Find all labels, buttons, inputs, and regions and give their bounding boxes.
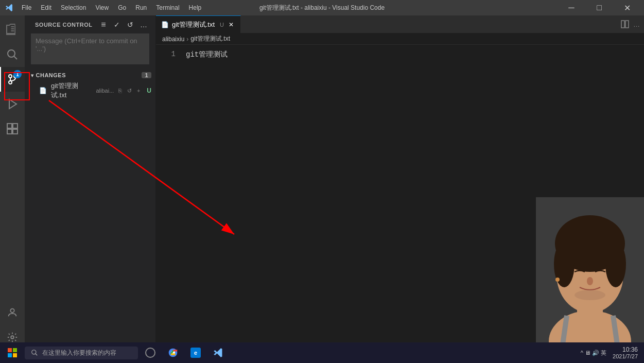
file-status: U bbox=[147, 87, 151, 94]
svg-point-12 bbox=[10, 309, 14, 313]
svg-point-30 bbox=[555, 278, 560, 282]
tab-git-file[interactable]: 📄 git管理测试.txt U ✕ bbox=[156, 15, 241, 33]
svg-point-4 bbox=[9, 75, 12, 78]
file-actions: ⎘ ↺ + bbox=[116, 87, 143, 95]
activity-bar: 1 bbox=[0, 15, 25, 352]
vscode-logo-icon bbox=[5, 4, 13, 12]
changes-count: 1 bbox=[142, 72, 151, 78]
tab-close-button[interactable]: ✕ bbox=[227, 21, 235, 29]
taskbar-cortana[interactable] bbox=[140, 342, 161, 363]
activity-extensions[interactable] bbox=[0, 116, 25, 141]
run-icon bbox=[6, 98, 19, 110]
menu-file[interactable]: File bbox=[18, 3, 36, 12]
more-actions-button[interactable]: … bbox=[138, 19, 149, 30]
tab-bar-right: … bbox=[617, 15, 644, 33]
svg-point-29 bbox=[587, 277, 593, 285]
svg-rect-34 bbox=[8, 353, 12, 357]
refresh-button[interactable]: ↺ bbox=[125, 19, 136, 30]
sidebar-header: SOURCE CONTROL ≡ ✓ ↺ … bbox=[25, 15, 155, 33]
close-button[interactable]: ✕ bbox=[615, 0, 639, 15]
svg-point-13 bbox=[11, 336, 14, 339]
file-icon: 📄 bbox=[39, 87, 47, 94]
windows-logo-icon bbox=[8, 348, 17, 357]
start-button[interactable] bbox=[2, 342, 23, 363]
chrome-icon bbox=[168, 348, 178, 358]
split-editor-icon[interactable] bbox=[621, 20, 629, 28]
extensions-icon bbox=[6, 123, 19, 135]
taskbar-chrome[interactable] bbox=[163, 342, 183, 363]
svg-rect-10 bbox=[7, 129, 12, 134]
taskbar-search-icon bbox=[31, 349, 38, 356]
svg-rect-33 bbox=[13, 348, 17, 352]
open-file-icon[interactable]: ⎘ bbox=[116, 87, 124, 95]
time-display: 10:36 bbox=[622, 346, 638, 353]
source-control-panel: SOURCE CONTROL ≡ ✓ ↺ … ▾ Changes 1 📄 git… bbox=[25, 15, 156, 352]
taskbar-vscode[interactable] bbox=[208, 342, 229, 363]
date-display: 2021/7/27 bbox=[613, 353, 638, 359]
window-title: git管理测试.txt - alibaixiu - Visual Studio … bbox=[259, 4, 385, 12]
commit-message-input[interactable] bbox=[31, 33, 149, 64]
list-item[interactable]: 📄 git管理测试.txt alibai... ⎘ ↺ + U bbox=[25, 80, 155, 101]
account-icon bbox=[7, 307, 18, 318]
svg-rect-9 bbox=[13, 124, 18, 128]
svg-point-31 bbox=[575, 290, 605, 300]
tray-icons: ^ 🖥 🔊 英 bbox=[581, 349, 606, 357]
commit-button[interactable]: ✓ bbox=[111, 19, 123, 30]
activity-account[interactable] bbox=[0, 300, 25, 325]
sidebar-header-actions: ≡ ✓ ↺ … bbox=[98, 19, 149, 30]
menu-selection[interactable]: Selection bbox=[57, 3, 90, 12]
activity-source-control[interactable]: 1 bbox=[0, 67, 25, 92]
svg-point-28 bbox=[605, 241, 626, 287]
breadcrumb: alibaixiu › git管理测试.txt bbox=[156, 33, 644, 45]
tab-bar: 📄 git管理测试.txt U ✕ … bbox=[156, 15, 644, 33]
menu-view[interactable]: View bbox=[91, 3, 113, 12]
discard-changes-icon[interactable]: ↺ bbox=[125, 87, 133, 95]
stage-changes-icon[interactable]: + bbox=[134, 87, 143, 95]
taskbar-vscode-icon bbox=[213, 348, 223, 358]
file-name: git管理测试.txt bbox=[51, 81, 92, 100]
titlebar-menu: File Edit Selection View Go Run Terminal… bbox=[18, 3, 205, 12]
svg-rect-11 bbox=[13, 129, 18, 134]
menu-go[interactable]: Go bbox=[114, 3, 130, 12]
more-editor-actions[interactable]: … bbox=[633, 21, 640, 28]
search-icon bbox=[6, 48, 19, 61]
breadcrumb-file[interactable]: git管理测试.txt bbox=[190, 34, 230, 43]
explorer-icon bbox=[6, 24, 19, 36]
svg-point-0 bbox=[8, 50, 15, 57]
svg-rect-32 bbox=[8, 348, 12, 352]
menu-help[interactable]: Help bbox=[185, 3, 206, 12]
activity-search[interactable] bbox=[0, 42, 25, 67]
taskbar-edge[interactable]: e bbox=[185, 342, 206, 363]
svg-rect-8 bbox=[7, 124, 12, 128]
character-illustration bbox=[531, 192, 644, 352]
commit-input-area bbox=[25, 33, 155, 70]
titlebar-left: File Edit Selection View Go Run Terminal… bbox=[5, 3, 205, 12]
changes-header[interactable]: ▾ Changes 1 bbox=[25, 70, 155, 80]
menu-edit[interactable]: Edit bbox=[37, 3, 56, 12]
breadcrumb-sep-1: › bbox=[186, 36, 188, 43]
breadcrumb-root[interactable]: alibaixiu bbox=[162, 36, 184, 43]
sidebar-title: SOURCE CONTROL bbox=[35, 22, 93, 28]
changes-section: ▾ Changes 1 📄 git管理测试.txt alibai... ⎘ ↺ … bbox=[25, 70, 155, 352]
tab-label: git管理测试.txt bbox=[172, 20, 215, 29]
commit-all-button[interactable]: ≡ bbox=[98, 19, 109, 30]
svg-line-37 bbox=[36, 354, 38, 356]
svg-line-1 bbox=[14, 56, 17, 59]
svg-rect-35 bbox=[13, 353, 17, 357]
svg-rect-14 bbox=[621, 21, 624, 28]
titlebar-controls: ─ □ ✕ bbox=[560, 0, 639, 15]
titlebar: File Edit Selection View Go Run Terminal… bbox=[0, 0, 644, 15]
tab-modified-badge: U bbox=[220, 22, 224, 28]
taskbar-search[interactable]: 在这里输入你要搜索的内容 bbox=[25, 347, 138, 359]
changes-label: Changes bbox=[36, 72, 66, 78]
menu-run[interactable]: Run bbox=[131, 3, 151, 12]
activity-run[interactable] bbox=[0, 92, 25, 116]
svg-rect-15 bbox=[625, 21, 629, 28]
tab-file-icon: 📄 bbox=[161, 21, 169, 28]
activity-explorer[interactable] bbox=[0, 18, 25, 42]
file-path: alibai... bbox=[96, 88, 114, 94]
minimize-button[interactable]: ─ bbox=[560, 0, 583, 15]
menu-terminal[interactable]: Terminal bbox=[152, 3, 183, 12]
maximize-button[interactable]: □ bbox=[587, 0, 611, 15]
code-line-1: git管理测试 bbox=[186, 50, 644, 59]
